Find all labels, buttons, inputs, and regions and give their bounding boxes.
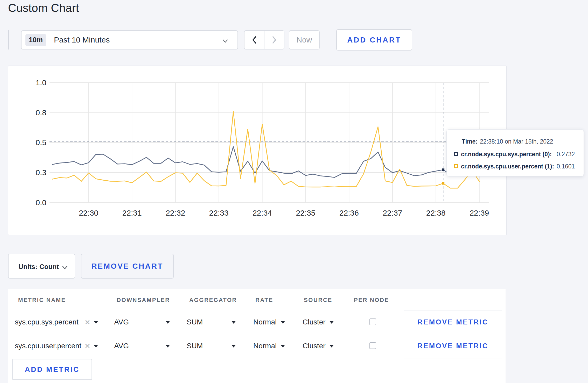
time-range-dropdown[interactable]: 10m Past 10 Minutes [21,30,238,49]
tooltip-time-label: Time: [462,138,478,145]
col-header-rate: RATE [255,297,273,303]
series-line [52,111,479,188]
downsampler-value[interactable]: AVG [114,318,129,326]
rate-value[interactable]: Normal [253,318,277,326]
chevron-left-icon [251,36,258,44]
col-header-metric-name: METRIC NAME [18,297,66,303]
line-chart[interactable]: 0.00.30.50.81.022:3022:3122:3222:3322:34… [8,66,506,235]
tooltip-series-value: 0.1601 [557,163,575,170]
col-header-downsampler: DOWNSAMPLER [117,297,170,303]
tooltip-series-label: cr.node.sys.cpu.sys.percent (0): [461,151,552,158]
col-header-per-node: PER NODE [354,297,389,303]
caret-down-icon[interactable] [329,345,334,347]
remove-chart-label: REMOVE CHART [91,262,163,271]
add-metric-button[interactable]: ADD METRIC [12,359,92,380]
chevron-down-icon [61,264,68,271]
time-nav-group [244,30,284,49]
metric-name-value[interactable]: sys.cpu.sys.percent [15,318,79,326]
tooltip-time-value: 22:38:10 on Mar 15th, 2022 [480,138,553,145]
now-button-label: Now [296,36,312,44]
aggregator-value[interactable]: SUM [187,342,203,350]
caret-down-icon[interactable] [165,345,170,347]
downsampler-value[interactable]: AVG [114,342,129,350]
remove-metric-button[interactable]: REMOVE METRIC [404,310,502,335]
caret-down-icon[interactable] [281,321,285,324]
y-tick-label: 0.0 [36,198,46,207]
add-metric-label: ADD METRIC [25,365,80,374]
units-label: Units: Count [18,263,59,271]
tooltip-series-value: 0.2732 [557,151,575,158]
series-swatch-sys [454,152,458,156]
x-tick-label: 22:36 [339,209,359,217]
add-chart-button[interactable]: ADD CHART [336,29,412,51]
chart-card: 0.00.30.50.81.022:3022:3122:3222:3322:34… [8,66,507,235]
series-swatch-user [454,164,458,168]
caret-down-icon[interactable] [329,321,334,324]
x-tick-label: 22:34 [253,209,272,217]
crosshair-marker [442,182,444,185]
y-tick-label: 0.8 [36,108,46,117]
x-tick-label: 22:38 [426,209,446,217]
metric-name-value[interactable]: sys.cpu.user.percent [15,342,81,350]
caret-down-icon[interactable] [231,321,236,324]
x-tick-label: 22:31 [122,209,142,217]
x-tick-label: 22:37 [383,209,402,217]
remove-metric-x-icon[interactable]: ✕ [85,342,90,350]
page-title: Custom Chart [8,2,79,15]
source-value[interactable]: Cluster [303,342,326,350]
remove-metric-button[interactable]: REMOVE METRIC [404,334,502,358]
x-tick-label: 22:35 [296,209,315,217]
toolbar-left-rule [8,30,9,49]
time-range-badge: 10m [25,34,46,46]
x-tick-label: 22:30 [79,209,98,217]
y-tick-label: 0.3 [36,168,46,177]
remove-metric-label: REMOVE METRIC [417,342,488,350]
prev-time-button[interactable] [244,31,264,49]
remove-chart-button[interactable]: REMOVE CHART [81,254,174,279]
col-header-aggregator: AGGREGATOR [189,297,237,303]
x-tick-label: 22:33 [209,209,229,217]
per-node-checkbox[interactable] [369,318,376,325]
x-tick-label: 22:32 [166,209,185,217]
y-tick-label: 0.5 [36,138,46,147]
now-button[interactable]: Now [289,30,320,49]
next-time-button[interactable] [264,31,284,49]
chevron-right-icon [271,36,278,44]
chart-tooltip: Time: 22:38:10 on Mar 15th, 2022 cr.node… [446,129,584,176]
tooltip-series-label: cr.node.sys.cpu.user.percent (1): [461,163,554,170]
caret-down-icon[interactable] [94,345,98,347]
caret-down-icon[interactable] [165,321,170,324]
metrics-table: METRIC NAME DOWNSAMPLER AGGREGATOR RATE … [8,289,506,383]
remove-metric-label: REMOVE METRIC [417,318,488,326]
caret-down-icon[interactable] [281,345,285,347]
add-chart-label: ADD CHART [347,36,401,44]
chevron-down-icon [222,38,229,44]
remove-metric-x-icon[interactable]: ✕ [85,318,90,327]
rate-value[interactable]: Normal [253,342,277,350]
crosshair-marker [442,168,444,171]
per-node-checkbox[interactable] [369,342,376,349]
source-value[interactable]: Cluster [303,318,326,326]
x-tick-label: 22:39 [470,209,489,217]
caret-down-icon[interactable] [94,321,98,324]
aggregator-value[interactable]: SUM [187,318,203,326]
time-range-label: Past 10 Minutes [54,36,110,44]
y-tick-label: 1.0 [36,78,46,87]
units-dropdown[interactable]: Units: Count [8,254,75,279]
caret-down-icon[interactable] [231,345,236,347]
col-header-source: SOURCE [304,297,332,303]
